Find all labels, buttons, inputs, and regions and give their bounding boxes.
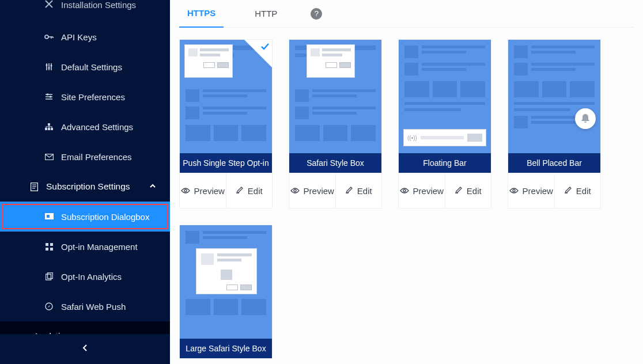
edit-button[interactable]: Edit — [335, 173, 382, 208]
dialog-icon — [44, 213, 54, 221]
card-title: Large Safari Style Box — [180, 339, 272, 358]
sidebar-item-label: Advanced Settings — [61, 122, 133, 132]
preview-button[interactable]: Preview — [289, 173, 335, 208]
svg-point-2 — [48, 67, 50, 69]
sidebar-item-subscription-dialogbox[interactable]: Subscription Dialogbox — [0, 202, 170, 232]
card-title: Bell Placed Bar — [508, 153, 600, 173]
preview-button[interactable]: Preview — [399, 173, 445, 208]
card-large-safari-style-box: Large Safari Style Box — [179, 225, 273, 359]
preview-button[interactable]: Preview — [508, 173, 554, 208]
chevron-left-icon — [82, 344, 88, 354]
sidebar-item-label: Installation Settings — [61, 0, 136, 10]
action-label: Edit — [248, 186, 263, 196]
pencil-icon — [455, 186, 463, 196]
card-title: Push Single Step Opt-in — [180, 153, 272, 173]
card-preview[interactable] — [180, 40, 272, 153]
sidebar-item-email-preferences[interactable]: Email Preferences — [0, 142, 170, 172]
card-title: Floating Bar — [399, 153, 491, 173]
mock-dialog — [184, 44, 233, 78]
preview-button[interactable]: Preview — [180, 173, 226, 208]
action-label: Preview — [304, 186, 334, 196]
card-push-single-step: Push Single Step Opt-in Preview Edit — [179, 39, 273, 208]
broadcast-icon: ((•)) — [407, 135, 417, 141]
svg-rect-13 — [47, 215, 50, 218]
eye-icon — [290, 186, 300, 196]
mock-floating-bar: ((•)) — [403, 129, 486, 146]
svg-rect-8 — [48, 128, 50, 130]
copy-icon — [44, 272, 54, 280]
sidebar-section-subscription-settings[interactable]: Subscription Settings — [0, 172, 170, 202]
tabs: HTTPS HTTP ? — [179, 0, 634, 28]
mock-dialog — [307, 44, 355, 78]
card-title: Safari Style Box — [289, 153, 381, 173]
sidebar-item-label: Opt-in Management — [61, 242, 138, 252]
bell-icon — [575, 108, 596, 129]
collapse-sidebar-button[interactable] — [0, 334, 170, 364]
svg-rect-17 — [50, 248, 53, 251]
sidebar-section-label: Subscription Settings — [46, 181, 130, 192]
main-content: HTTPS HTTP ? — [170, 0, 643, 364]
action-label: Preview — [194, 186, 225, 196]
sidebar-item-site-preferences[interactable]: Site Preferences — [0, 82, 170, 112]
sidebar: Installation Settings API Keys Default S… — [0, 0, 170, 364]
tab-http[interactable]: HTTP — [247, 0, 285, 28]
action-label: Edit — [576, 186, 591, 196]
pencil-icon — [345, 186, 353, 196]
card-preview[interactable] — [289, 40, 381, 153]
tab-label: HTTPS — [187, 8, 215, 18]
tab-https[interactable]: HTTPS — [179, 0, 224, 28]
edit-button[interactable]: Edit — [445, 173, 491, 208]
svg-point-1 — [46, 64, 47, 66]
edit-button[interactable]: Edit — [554, 173, 601, 208]
sidebar-item-label: API Keys — [61, 32, 97, 42]
sidebar-item-optin-management[interactable]: Opt-in Management — [0, 232, 170, 261]
svg-rect-19 — [47, 273, 52, 279]
action-label: Edit — [357, 186, 372, 196]
svg-rect-16 — [46, 248, 48, 251]
action-label: Edit — [467, 186, 482, 196]
svg-rect-5 — [50, 96, 51, 98]
svg-rect-18 — [46, 274, 51, 280]
card-floating-bar: ((•)) Floating Bar Preview Edit — [398, 39, 491, 208]
sidebar-item-default-settings[interactable]: Default Settings — [0, 52, 170, 82]
sidebar-item-api-keys[interactable]: API Keys — [0, 22, 170, 52]
svg-rect-7 — [45, 128, 47, 130]
edit-button[interactable]: Edit — [226, 173, 273, 208]
card-safari-style-box: Safari Style Box Preview Edit — [289, 39, 382, 208]
action-label: Preview — [523, 186, 553, 196]
svg-rect-14 — [46, 243, 48, 246]
sidebar-item-installation-settings[interactable]: Installation Settings — [0, 0, 170, 22]
card-preview[interactable]: ((•)) — [399, 40, 491, 153]
sidebar-item-label: Opt-In Analytics — [61, 272, 122, 282]
action-label: Preview — [413, 186, 444, 196]
pencil-icon — [236, 186, 244, 196]
svg-point-27 — [513, 189, 515, 192]
card-preview[interactable] — [508, 40, 600, 153]
x-icon — [44, 0, 54, 8]
sidebar-item-label: Email Preferences — [61, 152, 132, 162]
card-preview[interactable] — [180, 225, 272, 339]
svg-point-24 — [184, 189, 187, 192]
svg-point-26 — [403, 189, 406, 192]
sidebar-item-label: Site Preferences — [61, 92, 125, 102]
card-bell-placed-bar: Bell Placed Bar Preview Edit — [508, 39, 601, 208]
help-icon[interactable]: ? — [311, 8, 322, 20]
eye-icon — [400, 186, 409, 196]
nav-list: Installation Settings API Keys Default S… — [0, 0, 170, 351]
sidebar-item-safari-web-push[interactable]: Safari Web Push — [0, 291, 170, 321]
chevron-up-icon — [149, 181, 156, 192]
grid-icon — [44, 243, 54, 251]
sliders-icon — [44, 63, 54, 71]
mock-dialog — [196, 248, 257, 294]
document-icon — [29, 183, 39, 191]
compass-icon — [44, 302, 54, 310]
svg-rect-15 — [50, 243, 53, 246]
sidebar-item-advanced-settings[interactable]: Advanced Settings — [0, 112, 170, 142]
sidebar-item-optin-analytics[interactable]: Opt-In Analytics — [0, 261, 170, 291]
sidebar-item-label: Safari Web Push — [61, 302, 126, 312]
eye-icon — [181, 186, 190, 196]
selected-check-icon — [244, 40, 272, 67]
tab-label: HTTP — [255, 9, 277, 18]
hierarchy-icon — [44, 123, 54, 130]
svg-rect-4 — [47, 94, 48, 96]
